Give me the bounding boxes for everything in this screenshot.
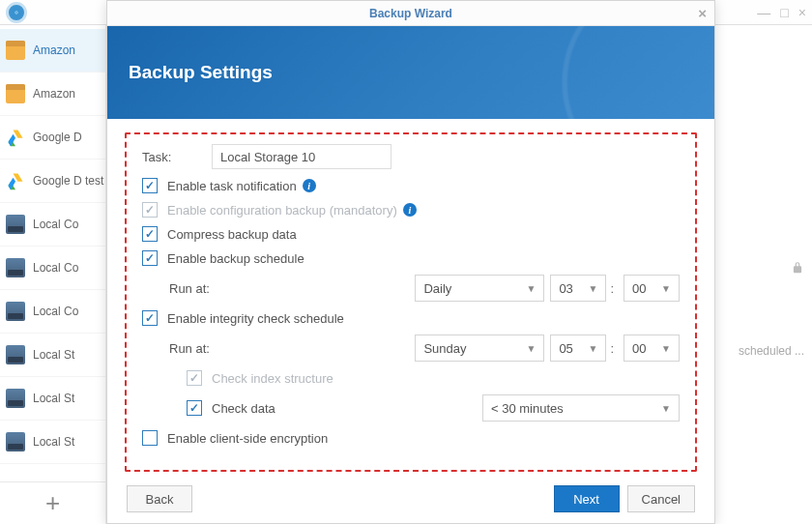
notify-checkbox[interactable] [142, 178, 158, 193]
integrity-hour-select[interactable]: 05▼ [550, 335, 606, 362]
local-storage-icon [6, 258, 25, 277]
check-index-label: Check index structure [212, 371, 334, 386]
backup-wizard-modal: Backup Wizard × Backup Settings Task: En… [106, 0, 715, 524]
sidebar-item-local[interactable]: Local St [0, 334, 105, 377]
chevron-down-icon: ▼ [588, 343, 597, 354]
sidebar-item-label: Amazon [33, 44, 75, 57]
modal-title: Backup Wizard [369, 7, 452, 20]
check-data-checkbox[interactable] [187, 400, 202, 416]
integrity-checkbox[interactable] [142, 310, 158, 326]
chevron-down-icon: ▼ [661, 283, 671, 294]
encryption-label: Enable client-side encryption [167, 431, 328, 446]
compress-checkbox[interactable] [142, 226, 158, 242]
compress-label: Compress backup data [167, 227, 297, 242]
sidebar-item-amazon[interactable]: Amazon [0, 29, 105, 73]
modal-footer: Back Next Cancel [107, 480, 714, 524]
add-task-button[interactable]: + [0, 481, 105, 524]
local-storage-icon [6, 389, 25, 408]
sidebar-item-label: Local St [33, 392, 74, 405]
sidebar-item-label: Local Co [33, 261, 78, 275]
chevron-down-icon: ▼ [661, 343, 671, 354]
notify-label: Enable task notification [167, 179, 297, 193]
sidebar-item-local[interactable]: Local Co [0, 203, 105, 247]
sidebar-item-label: Local St [33, 348, 74, 362]
window-controls: — □ × [757, 5, 806, 20]
sidebar-item-label: Local St [33, 435, 74, 449]
local-storage-icon [6, 345, 25, 364]
modal-titlebar: Backup Wizard × [107, 1, 714, 26]
sidebar-item-amazon[interactable]: Amazon [0, 73, 105, 116]
time-separator: : [610, 281, 614, 296]
runat-label: Run at: [169, 341, 276, 356]
check-duration-select[interactable]: < 30 minutes▼ [482, 394, 680, 422]
chevron-down-icon: ▼ [526, 283, 536, 294]
sidebar-item-label: Google D test [33, 174, 103, 188]
local-storage-icon [6, 215, 25, 234]
check-index-checkbox [187, 370, 202, 386]
time-separator: : [610, 341, 614, 356]
info-icon[interactable]: i [403, 203, 417, 217]
backup-hour-select[interactable]: 03▼ [550, 275, 606, 302]
lock-icon [791, 261, 804, 275]
back-button[interactable]: Back [127, 485, 192, 512]
config-backup-checkbox [142, 202, 158, 218]
scheduled-text: scheduled ... [739, 344, 804, 358]
bg-lock-row [791, 261, 804, 275]
backup-schedule-checkbox[interactable] [142, 250, 158, 266]
modal-banner: Backup Settings [107, 26, 714, 119]
backup-schedule-label: Enable backup schedule [167, 251, 304, 266]
banner-title: Backup Settings [129, 62, 273, 83]
sidebar-item-local[interactable]: Local Co [0, 290, 105, 334]
sidebar-item-local[interactable]: Local St [0, 421, 105, 464]
chevron-down-icon: ▼ [588, 283, 597, 294]
local-storage-icon [6, 432, 25, 451]
encryption-checkbox[interactable] [142, 430, 158, 446]
sidebar-item-google-drive[interactable]: Google D [0, 116, 105, 160]
sidebar-item-local[interactable]: Local Co [0, 247, 105, 290]
sidebar-item-label: Local Co [33, 305, 78, 318]
cancel-button[interactable]: Cancel [627, 485, 695, 512]
sidebar-item-google-drive-test[interactable]: Google D test [0, 160, 105, 203]
backup-minute-select[interactable]: 00▼ [624, 275, 680, 302]
chevron-down-icon: ▼ [661, 403, 671, 414]
modal-close-button[interactable]: × [698, 5, 707, 21]
google-drive-icon [6, 171, 25, 190]
integrity-minute-select[interactable]: 00▼ [624, 335, 680, 362]
bg-scheduled-text: scheduled ... [739, 344, 804, 358]
local-storage-icon [6, 302, 25, 321]
plus-icon: + [45, 488, 60, 518]
sidebar-item-label: Google D [33, 131, 82, 144]
sidebar: Amazon Amazon Google D Google D test Loc… [0, 25, 106, 524]
task-label: Task: [142, 150, 212, 164]
window-maximize[interactable]: □ [780, 5, 788, 20]
amazon-icon [6, 41, 25, 60]
window-minimize[interactable]: — [757, 5, 770, 20]
sidebar-item-local[interactable]: Local St [0, 377, 105, 421]
sidebar-item-label: Local Co [33, 218, 78, 231]
amazon-icon [6, 84, 25, 103]
task-name-input[interactable] [212, 144, 392, 169]
runat-label: Run at: [169, 281, 276, 296]
app-logo-icon [6, 2, 27, 23]
google-drive-icon [6, 128, 25, 147]
integrity-frequency-select[interactable]: Sunday▼ [415, 335, 544, 362]
check-data-label: Check data [212, 401, 276, 416]
chevron-down-icon: ▼ [526, 343, 536, 354]
config-backup-label: Enable configuration backup (mandatory) [167, 203, 397, 218]
next-button[interactable]: Next [554, 485, 620, 512]
window-close[interactable]: × [798, 5, 806, 20]
integrity-label: Enable integrity check schedule [167, 311, 344, 326]
info-icon[interactable]: i [303, 179, 316, 192]
backup-frequency-select[interactable]: Daily▼ [415, 275, 544, 302]
sidebar-item-label: Amazon [33, 87, 75, 101]
settings-highlight-box: Task: Enable task notification i Enable … [125, 132, 697, 472]
